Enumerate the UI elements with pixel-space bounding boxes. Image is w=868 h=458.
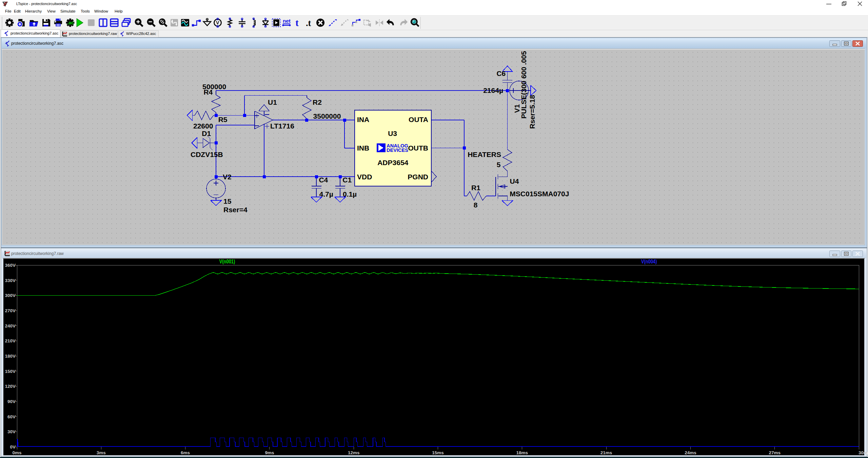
svg-text:0ms: 0ms: [12, 450, 21, 455]
svg-text:R2: R2: [313, 98, 322, 106]
svg-text:240V: 240V: [5, 323, 16, 328]
svg-text:LT1716: LT1716: [270, 122, 294, 130]
svg-text:INB: INB: [357, 144, 369, 152]
svg-text:22600: 22600: [193, 122, 213, 130]
svg-text:PULSE(300 600 .005 0 0: PULSE(300 600 .005 0 0: [520, 48, 528, 119]
svg-text:t: t: [295, 18, 299, 28]
svg-text:330V: 330V: [5, 278, 16, 283]
svg-text:27ms: 27ms: [769, 450, 781, 455]
svg-text:CDZV15B: CDZV15B: [191, 151, 223, 158]
svg-text:OUTA: OUTA: [409, 116, 428, 123]
svg-text:.t: .t: [306, 18, 311, 28]
svg-text:4.7µ: 4.7µ: [319, 190, 333, 198]
svg-text:21ms: 21ms: [600, 450, 612, 455]
svg-text:24ms: 24ms: [685, 450, 696, 455]
svg-text:R4: R4: [203, 88, 213, 96]
svg-text:0.1µ: 0.1µ: [343, 190, 357, 198]
svg-text:R5: R5: [218, 116, 228, 123]
svg-text:C1: C1: [342, 176, 352, 184]
svg-text:3ms: 3ms: [97, 450, 106, 455]
svg-text:90V: 90V: [7, 399, 16, 404]
svg-text:Rser=4: Rser=4: [223, 206, 248, 214]
svg-text:.ac: .ac: [67, 20, 74, 25]
svg-text:U4: U4: [510, 177, 519, 185]
svg-text:U1: U1: [268, 98, 277, 106]
svg-text:210V: 210V: [5, 338, 16, 343]
svg-text:270V: 270V: [5, 308, 16, 313]
svg-text:C4: C4: [319, 176, 328, 184]
svg-text:150V: 150V: [5, 369, 16, 374]
svg-text:3500000: 3500000: [313, 112, 341, 120]
svg-text:15: 15: [223, 197, 232, 205]
svg-text:DEVICES: DEVICES: [387, 147, 408, 153]
svg-text:12ms: 12ms: [348, 450, 360, 455]
svg-text:MSC015SMA070J: MSC015SMA070J: [510, 190, 569, 198]
svg-text:V(n004): V(n004): [641, 259, 657, 264]
svg-text:30ms: 30ms: [859, 450, 867, 455]
svg-text:6ms: 6ms: [181, 450, 190, 455]
svg-text:8: 8: [474, 201, 478, 209]
svg-text:D1: D1: [202, 130, 211, 137]
svg-text:net: net: [283, 18, 291, 24]
svg-text:2164µ: 2164µ: [483, 86, 503, 94]
svg-text:HEATERS: HEATERS: [468, 151, 501, 158]
svg-text:V(n001): V(n001): [219, 259, 235, 264]
svg-text:INA: INA: [357, 116, 369, 123]
svg-text:R1: R1: [471, 184, 480, 192]
svg-text:15ms: 15ms: [432, 450, 444, 455]
svg-text:18ms: 18ms: [516, 450, 528, 455]
svg-text:180V: 180V: [5, 354, 16, 359]
svg-text:300V: 300V: [5, 293, 16, 298]
svg-text:30V: 30V: [7, 429, 16, 434]
svg-text:VDD: VDD: [357, 173, 372, 181]
svg-text:9ms: 9ms: [265, 450, 274, 455]
svg-text:C6: C6: [496, 69, 506, 77]
svg-text:V: V: [216, 20, 219, 25]
svg-text:120V: 120V: [5, 384, 16, 389]
svg-text:PGND: PGND: [408, 173, 428, 181]
svg-text:360V: 360V: [5, 263, 16, 268]
svg-text:ADP3654: ADP3654: [377, 159, 408, 166]
svg-text:V2: V2: [223, 173, 232, 181]
svg-text:OUTB: OUTB: [408, 144, 429, 152]
svg-text:Rser=5.18: Rser=5.18: [528, 95, 536, 129]
svg-text:60V: 60V: [7, 414, 16, 419]
svg-text:5: 5: [497, 161, 501, 168]
svg-text:U3: U3: [388, 130, 397, 137]
svg-text:0V: 0V: [10, 444, 16, 450]
